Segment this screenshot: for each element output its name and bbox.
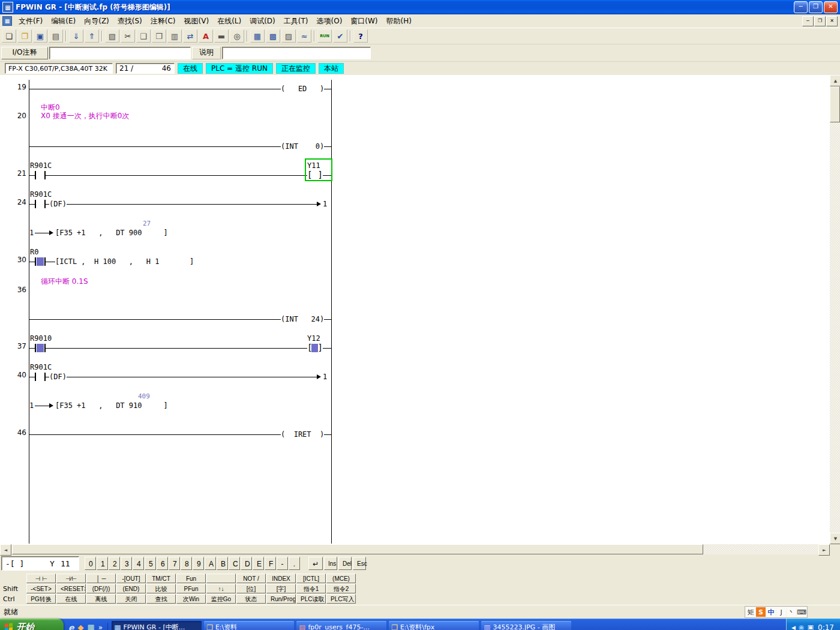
child-close-button[interactable]: ✕ <box>826 16 838 26</box>
taskbar-task-paint[interactable]: ▥ 3455223.JPG - 画图 <box>481 621 571 630</box>
scroll-down-button[interactable]: ▼ <box>830 533 840 544</box>
vertical-scroll-thumb[interactable] <box>830 86 840 122</box>
fkey-button[interactable] <box>206 574 236 583</box>
keypad-key[interactable]: 0 <box>85 557 96 570</box>
restore-button[interactable]: ❐ <box>809 1 823 13</box>
keypad-key[interactable]: D <box>241 557 252 570</box>
fkey-button[interactable]: PFun <box>176 584 206 593</box>
menu-tools[interactable]: 工具(T) <box>280 14 313 28</box>
fkey-button[interactable]: [字] <box>266 584 296 593</box>
keypad-key[interactable]: 5 <box>145 557 156 570</box>
df-instruction[interactable]: (DF) <box>49 200 67 208</box>
child-restore-button[interactable]: ❐ <box>814 16 826 26</box>
keypad-key[interactable]: 6 <box>157 557 168 570</box>
box-edit-button[interactable]: ▬ <box>214 29 229 43</box>
minimize-button[interactable]: ─ <box>794 1 808 13</box>
ictl-instruction[interactable]: [ICTL , H 100 , H 1 ] <box>55 257 194 266</box>
fkey-button[interactable]: Fun <box>176 574 206 583</box>
contact-r901c[interactable] <box>35 171 46 179</box>
fkey-button[interactable]: NOT / <box>236 574 266 583</box>
enter-key[interactable]: ↵ <box>308 557 323 570</box>
delete-key[interactable]: Del <box>338 557 352 570</box>
fkey-button[interactable]: PLC写入 <box>326 594 356 604</box>
comment-button[interactable]: A <box>199 29 213 43</box>
fkey-button[interactable]: PLC读取 <box>296 594 326 604</box>
open-file-button[interactable]: ❐ <box>17 29 32 43</box>
new-file-button[interactable]: ❏ <box>2 29 16 43</box>
menu-view[interactable]: 视图(V) <box>180 14 214 28</box>
fkey-button[interactable]: TM/CT <box>146 574 176 583</box>
keypad-key[interactable]: 3 <box>121 557 132 570</box>
fkey-button[interactable]: 比较 <box>146 584 176 593</box>
scroll-left-button[interactable]: ◄ <box>0 544 11 556</box>
monitor-bit-button[interactable]: ▦ <box>250 29 265 43</box>
cut-button[interactable]: ✂ <box>121 29 135 43</box>
taskbar-task-fpwin[interactable]: ▦ FPWIN GR - [中断... <box>112 621 202 630</box>
tray-icon[interactable]: ◉ <box>799 623 805 630</box>
io-comment-button[interactable]: I/O注释 <box>1 47 48 59</box>
keypad-key[interactable]: B <box>217 557 228 570</box>
fkey-button[interactable]: (DF(/)) <box>86 584 116 593</box>
help-button[interactable]: ? <box>353 29 368 43</box>
paste-special-button[interactable]: ▥ <box>167 29 182 43</box>
status-display-button[interactable]: ▨ <box>281 29 296 43</box>
fkey-button[interactable]: (END) <box>116 584 146 593</box>
fkey-button[interactable]: 查找 <box>146 594 176 604</box>
fkey-button[interactable]: 关闭 <box>116 594 146 604</box>
int0-instruction[interactable]: (INT 0) <box>281 142 324 151</box>
program-check-button[interactable]: ✔ <box>333 29 347 43</box>
chevron-icon[interactable]: » <box>98 623 103 630</box>
child-window-icon[interactable]: ▦ <box>2 16 12 26</box>
int24-instruction[interactable]: (INT 24) <box>281 315 324 323</box>
ime-keyboard-icon[interactable]: ⌨ <box>797 607 806 617</box>
keypad-key[interactable]: E <box>253 557 264 570</box>
f35-instruction[interactable]: [F35 +1 , DT 910 ] <box>55 401 168 410</box>
fkey-button[interactable]: ⊣∕⊢ <box>56 574 86 583</box>
run-prog-button[interactable]: RUN <box>317 29 332 43</box>
menu-window[interactable]: 窗口(W) <box>346 14 382 28</box>
start-button[interactable]: 开始 <box>0 619 64 630</box>
close-button[interactable]: ✕ <box>824 1 838 13</box>
menu-online[interactable]: 在线(L) <box>213 14 245 28</box>
menu-debug[interactable]: 调试(D) <box>245 14 280 28</box>
fkey-button[interactable]: ⊣ ⊢ <box>26 574 56 583</box>
fkey-button[interactable]: (MCE) <box>326 574 356 583</box>
menu-options[interactable]: 选项(O) <box>313 14 347 28</box>
horizontal-scroll-track[interactable] <box>11 544 818 554</box>
ime-icon[interactable]: 矩 <box>746 607 755 617</box>
menu-search[interactable]: 查找(S) <box>113 14 146 28</box>
fkey-button[interactable]: [ICTL] <box>296 574 326 583</box>
fkey-button[interactable]: 在线 <box>56 594 86 604</box>
plc-download-button[interactable]: ⇓ <box>69 29 83 43</box>
io-comment-input[interactable] <box>49 47 191 59</box>
fkey-button[interactable]: [位] <box>236 584 266 593</box>
description-input[interactable] <box>222 47 371 59</box>
fkey-button[interactable]: 监控Go <box>206 594 236 604</box>
keypad-key[interactable]: - <box>277 557 288 570</box>
df-instruction[interactable]: (DF) <box>49 373 67 381</box>
scroll-up-button[interactable]: ▲ <box>830 75 840 86</box>
iret-instruction[interactable]: ( IRET ) <box>281 430 324 439</box>
ime-chinese-icon[interactable]: 中 <box>766 607 776 617</box>
horizontal-scrollbar[interactable]: ◄ ► <box>0 544 840 554</box>
contact-r901c[interactable] <box>35 373 46 381</box>
copy-button[interactable]: ❑ <box>136 29 151 43</box>
taskbar-task-pdf[interactable]: ▤ fp0r_users_f475-... <box>296 621 386 630</box>
keypad-key[interactable]: . <box>289 557 300 570</box>
taskbar-task-folder2[interactable]: ❐ E:\资料\fpx <box>389 621 479 630</box>
fkey-button[interactable]: <RESET> <box>56 584 86 593</box>
keypad-key[interactable]: 8 <box>181 557 192 570</box>
taskbar-task-folder1[interactable]: ❐ E:\资料 <box>204 621 294 630</box>
save-file-button[interactable]: ▣ <box>33 29 47 43</box>
time-chart-button[interactable]: ≈ <box>297 29 311 43</box>
menu-help[interactable]: 帮助(H) <box>382 14 416 28</box>
monitor-word-button[interactable]: ▩ <box>266 29 280 43</box>
show-desktop-icon[interactable]: ▦ <box>88 623 95 630</box>
fkey-button[interactable]: 离线 <box>86 594 116 604</box>
fkey-button[interactable]: Run/Prog <box>266 594 296 604</box>
print-button[interactable]: ▤ <box>49 29 63 43</box>
plc-upload-button[interactable]: ⇑ <box>85 29 99 43</box>
contact-r0-on[interactable] <box>35 257 46 266</box>
coil-y12-on[interactable]: [ ] <box>307 344 323 352</box>
select-mode-button[interactable]: ▧ <box>105 29 119 43</box>
